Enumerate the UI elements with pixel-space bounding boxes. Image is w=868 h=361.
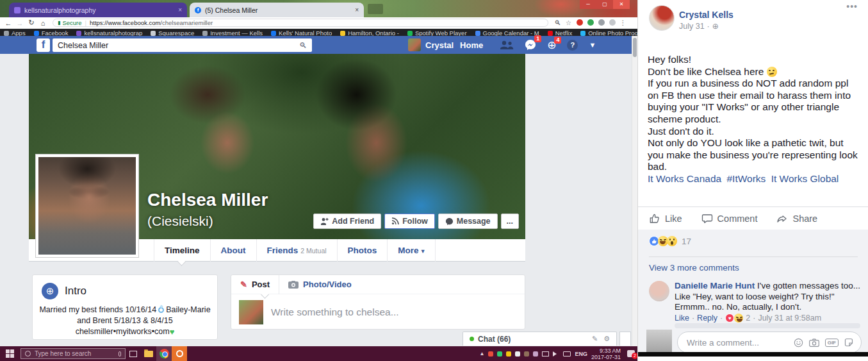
search-icon[interactable]: 🔍︎ xyxy=(299,41,307,50)
tray-icon[interactable] xyxy=(488,351,493,357)
notifications-icon[interactable]: ⊕ 4 xyxy=(547,40,556,50)
follow-button[interactable]: Follow xyxy=(384,214,435,229)
compose-icon[interactable]: ✎ xyxy=(592,335,598,343)
file-explorer-icon[interactable] xyxy=(141,346,156,361)
extension-icon[interactable] xyxy=(574,19,585,27)
comment-button[interactable]: Comment xyxy=(701,213,758,224)
sticker-icon[interactable] xyxy=(844,338,853,347)
add-friend-button[interactable]: Add Friend xyxy=(313,214,381,229)
refresh-icon[interactable]: ↻ xyxy=(26,19,37,27)
close-tab-icon[interactable]: × xyxy=(178,6,182,13)
tray-icon[interactable] xyxy=(497,351,502,357)
windows-start-icon[interactable] xyxy=(6,349,14,358)
hashtag-link[interactable]: #ItWorks xyxy=(726,173,766,184)
extension-icon[interactable] xyxy=(585,19,596,27)
chrome-icon[interactable] xyxy=(156,346,172,361)
tray-icon[interactable] xyxy=(515,351,520,357)
back-icon[interactable]: ← xyxy=(3,19,14,27)
comment-reply-link[interactable]: Reply xyxy=(697,314,717,323)
mic-icon[interactable] xyxy=(119,351,121,357)
comment-like-link[interactable]: Like xyxy=(675,314,689,323)
gif-icon[interactable]: GIF xyxy=(825,339,839,347)
like-button[interactable]: Like xyxy=(649,213,682,224)
keyboard-icon[interactable] xyxy=(563,351,571,357)
reactions-summary[interactable]: 17 xyxy=(649,236,691,246)
avatar[interactable] xyxy=(649,281,669,301)
tab-about[interactable]: About xyxy=(211,239,257,262)
facebook-search[interactable]: 🔍︎ xyxy=(53,38,312,52)
post-date[interactable]: July 31 xyxy=(679,22,705,31)
comment-input[interactable]: GIF xyxy=(677,332,862,353)
tab-timeline[interactable]: Timeline xyxy=(154,239,211,262)
zoom-page-icon[interactable]: 🔍︎ xyxy=(552,19,563,26)
tab-photos[interactable]: Photos xyxy=(338,239,388,262)
friend-requests-icon[interactable] xyxy=(500,40,514,49)
tray-icon[interactable] xyxy=(506,351,511,357)
close-button[interactable]: ✕ xyxy=(613,0,630,9)
tray-icon[interactable] xyxy=(524,351,529,357)
composer-input[interactable] xyxy=(271,306,517,318)
composer-tab-photo-video[interactable]: Photo/Video xyxy=(303,280,352,289)
messenger-icon[interactable]: 1 xyxy=(525,39,536,51)
share-button[interactable]: Share xyxy=(776,213,817,224)
chevron-down-icon[interactable]: ▼ xyxy=(589,41,596,49)
menu-icon[interactable]: ⋮ xyxy=(618,19,628,26)
more-options-button[interactable]: ... xyxy=(501,214,519,229)
star-bookmark-icon[interactable]: ☆ xyxy=(563,19,574,26)
comment-timestamp[interactable]: July 31 at 9:58am xyxy=(758,314,821,323)
forward-icon[interactable]: → xyxy=(14,19,26,27)
post-panel: Crystal Kells July 31 · ⊕ ••• Hey folks!… xyxy=(637,0,868,361)
task-view-button[interactable] xyxy=(126,346,141,361)
network-icon[interactable] xyxy=(542,351,549,357)
browser-tab-2-active[interactable]: f (5) Chelsea Miller × xyxy=(190,3,364,17)
address-bar[interactable]: ▮ Secure | https://www.facebook.com/chel… xyxy=(53,19,548,27)
volume-icon[interactable] xyxy=(553,351,559,357)
facebook-logo[interactable]: f xyxy=(37,38,50,52)
help-icon[interactable]: ? xyxy=(567,40,578,51)
post-line: Not only do YOU look like a pathetic twi… xyxy=(648,137,860,173)
browser-tab-1[interactable]: kellsnaturalphotography × xyxy=(9,3,187,17)
home-icon[interactable]: ⌂ xyxy=(37,19,49,27)
clock[interactable]: 9:33 AM 2017-07-31 xyxy=(591,348,621,360)
tab-friends[interactable]: Friends2 Mutual xyxy=(257,239,338,262)
post-author-link[interactable]: Crystal Kells xyxy=(679,10,733,20)
close-tab-icon[interactable]: × xyxy=(355,6,359,13)
extension-icon[interactable] xyxy=(596,19,607,27)
nav-profile-link[interactable]: Crystal xyxy=(425,40,454,50)
view-more-comments-link[interactable]: View 3 more comments xyxy=(649,263,739,273)
page-scrollbar[interactable] xyxy=(632,36,637,346)
minimize-button[interactable]: ─ xyxy=(580,0,596,9)
tray-expand-icon[interactable]: ▲ xyxy=(480,351,485,357)
chat-bar[interactable]: Chat (66) ✎ ⚙ xyxy=(463,332,617,346)
new-tab-button[interactable] xyxy=(368,4,383,14)
taskbar-search-input[interactable] xyxy=(35,350,119,357)
tab-more[interactable]: More▾ xyxy=(388,239,436,262)
profile-alt-name: (Ciesielski) xyxy=(147,214,213,229)
taskbar-search[interactable] xyxy=(20,348,126,359)
gear-icon[interactable]: ⚙ xyxy=(603,335,610,343)
avatar[interactable] xyxy=(649,5,675,31)
avatar[interactable] xyxy=(408,38,421,51)
camera-icon[interactable] xyxy=(809,339,819,347)
scrollbar-thumb[interactable] xyxy=(633,38,637,57)
composer-tab-post[interactable]: Post xyxy=(252,275,279,294)
smiley-icon[interactable] xyxy=(794,338,803,348)
post-options-icon[interactable]: ••• xyxy=(846,1,858,12)
search-input[interactable] xyxy=(58,41,299,50)
avatar[interactable] xyxy=(239,300,263,324)
maximize-button[interactable]: ▢ xyxy=(596,0,613,9)
minimized-chat-tab[interactable] xyxy=(619,332,631,346)
language-indicator[interactable]: ENG xyxy=(575,351,587,357)
profile-picture[interactable] xyxy=(35,154,139,258)
nav-home-link[interactable]: Home xyxy=(460,40,483,50)
page-link[interactable]: It Works Canada xyxy=(648,173,721,184)
page-link[interactable]: It Works Global xyxy=(771,173,839,184)
comment-author-link[interactable]: Danielle Marie Hunt xyxy=(675,281,755,290)
photos-app-icon[interactable] xyxy=(172,346,187,361)
avatar[interactable] xyxy=(646,330,672,355)
tray-icon[interactable] xyxy=(533,351,538,357)
comment-input-field[interactable] xyxy=(687,338,794,348)
extension-icon[interactable] xyxy=(607,19,618,27)
notification-center-icon[interactable]: 2 xyxy=(627,350,635,357)
message-button[interactable]: Message xyxy=(438,214,498,229)
